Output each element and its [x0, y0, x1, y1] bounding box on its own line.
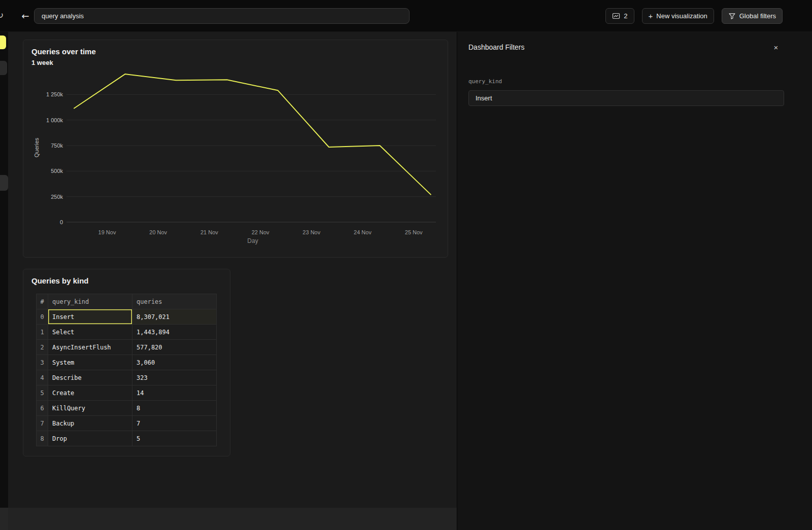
table-row: 3System3,060 — [37, 355, 217, 370]
queries-count-cell[interactable]: 8,307,021 — [132, 309, 217, 325]
x-tick-label: 23 Nov — [302, 229, 320, 235]
row-index-cell: 2 — [37, 340, 48, 355]
y-tick-label: 1 000k — [46, 117, 63, 123]
table-title: Queries by kind — [31, 276, 89, 285]
column-header-queries: queries — [132, 294, 217, 309]
y-tick-label: 500k — [51, 168, 63, 174]
query-kind-cell[interactable]: AsyncInsertFlush — [48, 340, 132, 355]
table-row: 1Select1,443,894 — [37, 325, 217, 340]
sidebar-item[interactable] — [0, 175, 8, 191]
queries-table-body: 0Insert8,307,0211Select1,443,8942AsyncIn… — [37, 309, 217, 446]
column-header-index: # — [37, 294, 48, 309]
queries-table-head: # query_kind queries — [37, 294, 217, 309]
query-kind-cell[interactable]: Insert — [48, 309, 132, 325]
queries-over-time-panel: Queries over time 1 week 0250k500k750k1 … — [23, 40, 448, 258]
queries-line-chart: 0250k500k750k1 000k1 250k19 Nov20 Nov21 … — [23, 40, 448, 257]
table-row: 6KillQuery8 — [37, 401, 217, 416]
query-kind-filter-input[interactable] — [468, 90, 784, 106]
x-tick-label: 25 Nov — [405, 229, 423, 235]
visualization-count-button[interactable]: 2 — [605, 8, 634, 24]
y-tick-label: 750k — [51, 143, 63, 149]
queries-count-cell[interactable]: 3,060 — [132, 355, 217, 370]
filter-field-label: query_kind — [468, 78, 502, 85]
table-row: 5Create14 — [37, 385, 217, 401]
x-tick-label: 19 Nov — [98, 229, 116, 235]
table-row: 2AsyncInsertFlush577,820 — [37, 340, 217, 355]
new-visualization-label: New visualization — [656, 12, 707, 20]
table-row: 4Describe323 — [37, 370, 217, 385]
queries-count-cell[interactable]: 8 — [132, 401, 217, 416]
table-row: 8Drop5 — [37, 431, 217, 446]
back-button[interactable]: ← — [18, 9, 32, 23]
column-header-query-kind: query_kind — [48, 294, 132, 309]
sidebar-bottom-block — [0, 508, 8, 530]
app-root: ↻ ← 2 + New visualization — [0, 0, 812, 530]
sidebar-item[interactable] — [0, 61, 7, 75]
dashboard-filters-panel: Dashboard Filters × query_kind — [457, 32, 812, 530]
content-area: Queries over time 1 week 0250k500k750k1 … — [0, 32, 812, 530]
queries-table: # query_kind queries 0Insert8,307,0211Se… — [36, 294, 217, 446]
x-tick-label: 20 Nov — [149, 229, 167, 235]
row-index-cell: 4 — [37, 370, 48, 385]
query-kind-cell[interactable]: Backup — [48, 416, 132, 431]
table-row: 7Backup7 — [37, 416, 217, 431]
x-axis-label: Day — [247, 237, 258, 244]
x-tick-label: 21 Nov — [200, 229, 218, 235]
row-index-cell: 7 — [37, 416, 48, 431]
dashboard-title-input[interactable] — [34, 8, 410, 24]
sidebar — [0, 32, 8, 530]
y-tick-label: 250k — [51, 194, 63, 200]
row-index-cell: 5 — [37, 385, 48, 401]
y-axis-label: Queries — [33, 137, 40, 157]
row-index-cell: 0 — [37, 309, 48, 325]
queries-count-cell[interactable]: 1,443,894 — [132, 325, 217, 340]
topbar-actions: 2 + New visualization Global filters — [605, 8, 783, 24]
next-panel-peek — [8, 508, 457, 530]
queries-count-cell[interactable]: 577,820 — [132, 340, 217, 355]
visualization-icon — [612, 12, 620, 20]
row-index-cell: 6 — [37, 401, 48, 416]
refresh-icon[interactable]: ↻ — [0, 10, 4, 21]
query-kind-cell[interactable]: KillQuery — [48, 401, 132, 416]
x-tick-label: 24 Nov — [354, 229, 371, 235]
top-bar: ↻ ← 2 + New visualization — [0, 0, 812, 32]
plus-icon: + — [649, 12, 653, 20]
query-kind-cell[interactable]: Create — [48, 385, 132, 401]
row-index-cell: 8 — [37, 431, 48, 446]
global-filters-button[interactable]: Global filters — [722, 8, 783, 24]
query-kind-cell[interactable]: System — [48, 355, 132, 370]
query-kind-cell[interactable]: Drop — [48, 431, 132, 446]
x-tick-label: 22 Nov — [252, 229, 269, 235]
table-row: 0Insert8,307,021 — [37, 309, 217, 325]
queries-count-cell[interactable]: 5 — [132, 431, 217, 446]
funnel-icon — [728, 12, 736, 20]
filters-panel-title: Dashboard Filters — [468, 43, 525, 51]
new-visualization-button[interactable]: + New visualization — [642, 8, 714, 24]
dashboard-main: Queries over time 1 week 0250k500k750k1 … — [8, 32, 457, 530]
visualization-count: 2 — [624, 12, 627, 20]
sidebar-item-active[interactable] — [0, 36, 6, 49]
query-kind-cell[interactable]: Select — [48, 325, 132, 340]
table-header-row: # query_kind queries — [37, 294, 217, 309]
queries-count-cell[interactable]: 14 — [132, 385, 217, 401]
queries-series-line — [74, 74, 431, 195]
row-index-cell: 3 — [37, 355, 48, 370]
close-icon[interactable]: × — [770, 42, 782, 53]
queries-count-cell[interactable]: 323 — [132, 370, 217, 385]
y-tick-label: 0 — [60, 219, 63, 225]
y-tick-label: 1 250k — [46, 91, 63, 97]
row-index-cell: 1 — [37, 325, 48, 340]
query-kind-cell[interactable]: Describe — [48, 370, 132, 385]
global-filters-label: Global filters — [739, 12, 776, 20]
queries-count-cell[interactable]: 7 — [132, 416, 217, 431]
queries-by-kind-panel: Queries by kind # query_kind queries 0In… — [23, 269, 230, 456]
